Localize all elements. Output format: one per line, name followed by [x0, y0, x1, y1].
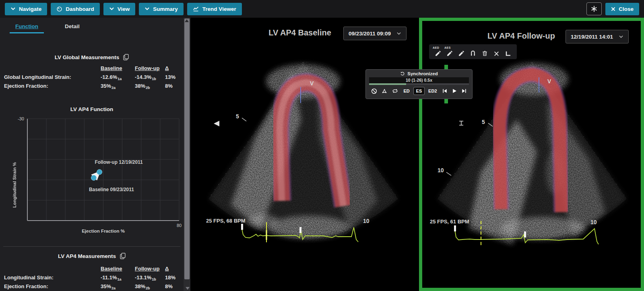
- row-followup-value: 38%2b: [135, 83, 165, 92]
- frame-counter: 10 (1-26) 0.5x: [369, 77, 469, 83]
- phase-ed-button[interactable]: ED: [401, 87, 412, 95]
- baseline-panel: LV AP4 Baseline 09/23/2011 09:09: [190, 18, 419, 291]
- phase-ed2-button[interactable]: ED2: [426, 87, 439, 95]
- global-measurements-table: Baseline Follow-up Δ Global Longitudinal…: [4, 65, 181, 92]
- asterisk-icon: [591, 6, 597, 12]
- col-baseline: Baseline: [101, 65, 135, 74]
- function-chart-title: LV AP4 Function: [0, 106, 184, 112]
- asterisk-button[interactable]: [586, 2, 602, 15]
- copy-icon[interactable]: [123, 54, 129, 60]
- skip-previous-icon[interactable]: [441, 87, 449, 95]
- fps-bpm-label: 25 FPS, 68 BPM: [206, 218, 246, 224]
- row-followup-value: -13.1%1b: [135, 274, 165, 283]
- delete-trash-icon[interactable]: [479, 46, 490, 58]
- depth-marker-5: 5: [482, 119, 485, 125]
- edit-es-contour-icon[interactable]: AES: [444, 46, 455, 58]
- view-label: View: [118, 6, 130, 12]
- edit-ed-contour-icon[interactable]: AED: [433, 46, 443, 58]
- row-label: Global Longitudinal Strain:: [4, 74, 101, 83]
- depth-marker-10: 10: [438, 167, 444, 173]
- play-icon[interactable]: [450, 87, 458, 95]
- depth-marker-10: 10: [363, 218, 369, 224]
- summary-label: Summary: [153, 6, 178, 12]
- global-measurements-title: LV Global Measurements: [55, 54, 119, 60]
- unsync-ban-icon[interactable]: [370, 87, 378, 95]
- dashboard-clock-icon: [56, 6, 62, 12]
- ecg-marker: [524, 231, 526, 237]
- sync-icon: [400, 71, 405, 76]
- row-label: Ejection Fraction:: [4, 83, 101, 92]
- recycle-icon[interactable]: [380, 87, 389, 95]
- col-baseline: Baseline: [101, 266, 135, 274]
- row-delta-value: 13%: [165, 74, 180, 83]
- ecg-marker: [241, 224, 243, 230]
- chevron-down-icon: [144, 7, 150, 11]
- view-button[interactable]: View: [103, 3, 136, 15]
- svg-text:Follow-up 12/19/2011: Follow-up 12/19/2011: [95, 159, 143, 165]
- corner-tool-icon[interactable]: [503, 46, 513, 58]
- col-delta: Δ: [165, 266, 180, 274]
- row-baseline-value: 35%2a: [101, 283, 135, 291]
- dashboard-button[interactable]: Dashboard: [51, 3, 100, 15]
- edit-contour-pencil-icon[interactable]: [456, 46, 466, 58]
- svg-text:80: 80: [177, 223, 182, 228]
- remove-x-icon[interactable]: [491, 46, 502, 58]
- trend-viewer-button[interactable]: Trend Viewer: [187, 3, 242, 15]
- sync-playback-overlay: Synchronized 10 (1-26) 0.5x ED ES ED2: [365, 69, 473, 99]
- sidebar-tabs: Function Detail: [10, 23, 85, 33]
- dashboard-label: Dashboard: [66, 6, 94, 12]
- ap4-measurements-title: LV AP4 Measurements: [58, 253, 116, 259]
- svg-text:-30: -30: [18, 116, 24, 121]
- trend-viewer-app: Navigate Dashboard View Summary Trend Vi…: [0, 0, 644, 291]
- ap4-measurements-table: Baseline Follow-up Δ Longitudinal Strain…: [4, 266, 181, 291]
- row-baseline-value: -12.6%1a: [101, 74, 135, 83]
- row-label: Ejection Fraction:: [4, 283, 101, 291]
- scrollbar-thumb[interactable]: [184, 19, 190, 279]
- sync-frame-tick: [444, 99, 448, 103]
- scroll-down-arrow-icon[interactable]: [186, 287, 190, 290]
- row-baseline-value: 35%2a: [101, 83, 135, 92]
- contour-edit-toolbar: AED AES: [429, 44, 517, 59]
- apex-v-marker: V: [310, 80, 314, 87]
- orientation-marker-icon: [214, 121, 219, 126]
- tab-detail[interactable]: Detail: [59, 23, 85, 33]
- ecg-marker: [299, 227, 301, 233]
- transport-controls: ED ES ED2: [366, 85, 472, 97]
- section-divider: [3, 246, 180, 247]
- navigate-button[interactable]: Navigate: [5, 3, 47, 15]
- depth-marker-5: 5: [236, 113, 239, 120]
- row-followup-value: -14.3%1b: [135, 74, 165, 83]
- top-toolbar: Navigate Dashboard View Summary Trend Vi…: [0, 0, 644, 18]
- focus-ibeam-marker: [459, 121, 463, 125]
- measurements-sidebar: Function Detail LV Global Measurements B…: [0, 18, 184, 291]
- row-delta-value: 8%: [165, 283, 180, 291]
- sync-status-row: Synchronized: [366, 70, 472, 77]
- scroll-up-arrow-icon[interactable]: [185, 19, 189, 22]
- col-delta: Δ: [165, 65, 180, 74]
- apex-v-marker: V: [547, 78, 551, 85]
- trend-chart-icon: [193, 6, 199, 12]
- sync-frame-tick: [444, 65, 448, 69]
- close-button[interactable]: Close: [605, 3, 639, 15]
- row-label: Longitudinal Strain:: [4, 274, 101, 283]
- row-baseline-value: -11.1%1a: [101, 274, 135, 283]
- summary-button[interactable]: Summary: [139, 3, 184, 15]
- close-label: Close: [619, 6, 634, 12]
- baseline-ultrasound-image: V 5 10 25 FPS, 68 BPM: [190, 18, 419, 291]
- copy-icon[interactable]: [120, 253, 126, 259]
- chevron-down-icon: [10, 7, 16, 11]
- tab-function[interactable]: Function: [10, 23, 44, 33]
- followup-ultrasound-image: V 5 10 10 25 FPS, 61 BPM: [422, 21, 641, 288]
- sync-status-label: Synchronized: [407, 71, 438, 76]
- phase-es-button[interactable]: ES: [414, 87, 425, 95]
- global-measurements-header: LV Global Measurements: [0, 54, 184, 60]
- loop-icon[interactable]: [390, 87, 400, 95]
- magnet-tool-icon[interactable]: [468, 46, 478, 58]
- followup-panel: LV AP4 Follow-up 12/19/2011 14:01 AED AE…: [419, 18, 644, 291]
- close-x-icon: [611, 7, 615, 11]
- navigate-label: Navigate: [19, 6, 41, 12]
- sidebar-scrollbar[interactable]: [184, 18, 190, 291]
- skip-next-icon[interactable]: [460, 87, 468, 95]
- function-chart: -3080Baseline 09/23/2011Follow-up 12/19/…: [0, 114, 184, 235]
- row-delta-value: 8%: [165, 83, 180, 92]
